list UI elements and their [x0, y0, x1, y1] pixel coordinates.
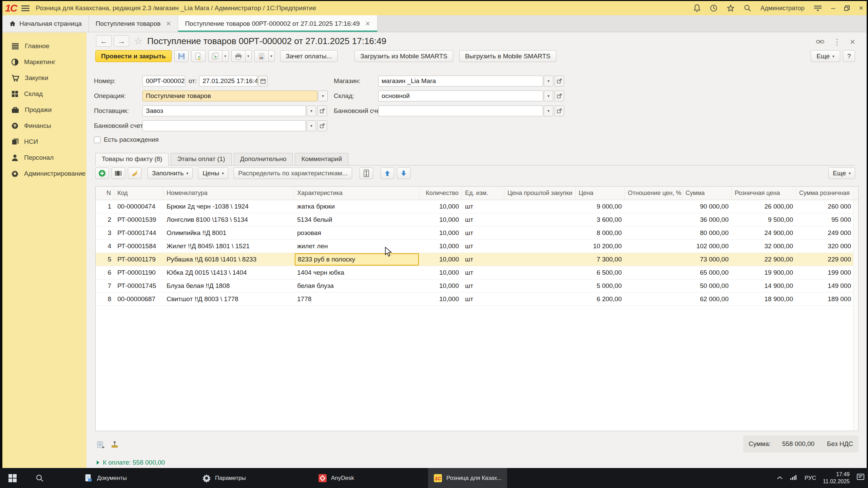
- cell-characteristic[interactable]: 1778: [294, 293, 420, 306]
- column-header[interactable]: Код: [114, 187, 163, 200]
- menu-icon[interactable]: [21, 5, 30, 11]
- back-button[interactable]: ←: [96, 35, 112, 47]
- minimize-icon[interactable]: –: [831, 4, 835, 12]
- print-icon[interactable]: [231, 50, 246, 62]
- sidebar-item-warehouse[interactable]: Склад: [2, 86, 86, 102]
- table-row[interactable]: 1 00-00000474 Брюки 2д черн -1038 \ 1924…: [96, 200, 858, 213]
- post-icon[interactable]: [191, 50, 206, 62]
- sidebar-item-purchases[interactable]: Закупки: [2, 70, 86, 86]
- column-header[interactable]: Ед. изм.: [462, 187, 504, 200]
- cell-characteristic[interactable]: жилет лен: [294, 240, 420, 253]
- cell-characteristic[interactable]: жатка брюки: [294, 200, 420, 213]
- store-field[interactable]: магазин _Lia Mara: [378, 76, 543, 86]
- forward-button[interactable]: →: [114, 35, 129, 47]
- language-indicator[interactable]: РУС: [805, 475, 816, 482]
- discrepancy-checkbox[interactable]: Есть расхождения: [94, 136, 159, 143]
- column-header[interactable]: Характеристика: [294, 187, 420, 200]
- calendar-icon[interactable]: [258, 76, 268, 86]
- column-header[interactable]: Цена прошлой закупки: [504, 187, 576, 200]
- subtab-payment-stages[interactable]: Этапы оплат (1): [171, 153, 231, 165]
- distribute-button[interactable]: Распределить по характеристикам...: [234, 168, 352, 179]
- table-row[interactable]: 4 РТ-00001584 Жилет !!Д 8045\ 1801 \ 152…: [96, 240, 858, 253]
- operation-field[interactable]: Поступление товаров: [142, 91, 317, 101]
- cell-characteristic[interactable]: 5134 белый: [294, 213, 420, 226]
- table-row[interactable]: 6 РТ-00001190 Юбка 2Д 0015 \1413 \ 1404 …: [96, 266, 858, 279]
- bank-account-left-field[interactable]: [142, 120, 306, 131]
- document-journal-icon[interactable]: [254, 50, 269, 62]
- warehouse-field[interactable]: основной: [378, 91, 543, 101]
- more-button[interactable]: Еще▾: [811, 50, 840, 62]
- move-up-icon[interactable]: [381, 168, 394, 179]
- open-link-icon[interactable]: [317, 120, 327, 131]
- load-mobile-smarts-button[interactable]: Загрузить из Mobile SMARTS: [354, 50, 453, 62]
- taskbar-app-anydesk[interactable]: AnyDesk: [313, 468, 360, 488]
- save-icon[interactable]: [174, 50, 189, 62]
- taskbar-clock[interactable]: 17:49 11.02.2025: [823, 471, 850, 485]
- date-field[interactable]: 27.01.2025 17:16:49: [199, 76, 257, 86]
- subtab-goods[interactable]: Товары по факту (8): [95, 153, 169, 165]
- barcode-scanner-icon[interactable]: [112, 168, 125, 179]
- fill-button[interactable]: Заполнить▾: [148, 168, 193, 179]
- to-pay-link[interactable]: К оплате: 558 000,00: [96, 459, 165, 466]
- chevron-up-icon[interactable]: [777, 475, 783, 482]
- notifications-bell-icon[interactable]: [693, 4, 701, 12]
- taskbar-app-settings[interactable]: Параметры: [197, 468, 251, 488]
- start-button[interactable]: [3, 468, 22, 488]
- subtab-comment[interactable]: Комментарий: [295, 153, 348, 165]
- dropdown-icon[interactable]: ▾: [544, 76, 553, 86]
- unload-mobile-smarts-button[interactable]: Выгрузить в Mobile SMARTS: [459, 50, 556, 62]
- tab-home[interactable]: Начальная страница: [2, 15, 89, 32]
- table-more-button[interactable]: Еще▾: [828, 168, 855, 179]
- tab-close-icon[interactable]: ✕: [166, 20, 171, 27]
- tab-goods-receipts-list[interactable]: Поступления товаров ✕: [89, 15, 178, 32]
- dropdown-icon[interactable]: ▾: [544, 91, 553, 101]
- sidebar-item-main[interactable]: Главное: [2, 38, 86, 54]
- dropdown-icon[interactable]: ▾: [269, 50, 275, 62]
- dropdown-icon[interactable]: ▾: [223, 50, 229, 62]
- payment-offset-button[interactable]: Зачет оплаты...: [280, 50, 338, 62]
- sidebar-item-personnel[interactable]: Персонал: [2, 150, 86, 165]
- sidebar-item-administration[interactable]: Администрирование: [2, 165, 86, 181]
- dropdown-icon[interactable]: ▾: [318, 91, 328, 101]
- favorite-star-icon[interactable]: ☆: [134, 36, 142, 47]
- sidebar-item-marketing[interactable]: Маркетинг: [2, 54, 86, 70]
- open-link-icon[interactable]: [555, 105, 564, 116]
- weighing-icon[interactable]: [110, 441, 119, 450]
- history-clock-icon[interactable]: [710, 4, 718, 12]
- sidebar-item-nsi[interactable]: НСИ: [2, 134, 86, 150]
- get-link-icon[interactable]: [816, 38, 824, 46]
- prices-button[interactable]: Цены▾: [198, 168, 228, 179]
- service-menu-icon[interactable]: [813, 5, 822, 12]
- move-down-icon[interactable]: [397, 168, 410, 179]
- number-field[interactable]: 00РТ-000002: [142, 76, 185, 86]
- export-list-icon[interactable]: [97, 441, 105, 450]
- restore-icon[interactable]: [844, 5, 850, 11]
- tab-close-icon[interactable]: ✕: [365, 20, 370, 27]
- dropdown-icon[interactable]: ▾: [307, 120, 316, 131]
- sidebar-item-sales[interactable]: Продажи: [2, 102, 86, 118]
- current-user[interactable]: Администратор: [760, 5, 805, 12]
- sidebar-item-finance[interactable]: Финансы: [2, 118, 86, 134]
- table-row[interactable]: 7 РТ-00001745 Блуза белая !!Д 1808 белая…: [96, 279, 858, 293]
- cell-characteristic[interactable]: 8233 руб в полоску: [294, 253, 420, 266]
- column-header[interactable]: Номенклатура: [163, 187, 294, 200]
- post-copy-icon[interactable]: [208, 50, 223, 62]
- close-icon[interactable]: ×: [859, 4, 863, 12]
- bank-account-right-field[interactable]: [378, 105, 543, 116]
- form-more-icon[interactable]: ⋮: [833, 37, 841, 47]
- post-and-close-button[interactable]: Провести и закрыть: [95, 50, 172, 62]
- open-link-icon[interactable]: [317, 105, 327, 116]
- open-link-icon[interactable]: [555, 91, 564, 101]
- taskbar-app-1c-retail[interactable]: 1С Розница для Казах...: [428, 468, 507, 488]
- column-header[interactable]: N: [96, 187, 114, 200]
- notification-panel-icon[interactable]: [856, 473, 865, 483]
- taskbar-app-documents[interactable]: Документы: [79, 468, 132, 488]
- search-icon[interactable]: [744, 4, 752, 12]
- help-button[interactable]: ?: [843, 50, 855, 62]
- subtab-additional[interactable]: Дополнительно: [234, 153, 293, 165]
- favorites-star-icon[interactable]: [727, 4, 735, 12]
- column-header[interactable]: Розничная цена: [732, 187, 796, 200]
- tab-goods-receipt-document[interactable]: Поступление товаров 00РТ-000002 от 27.01…: [178, 15, 377, 32]
- open-link-icon[interactable]: [555, 76, 564, 86]
- taskbar-search-button[interactable]: [30, 468, 50, 488]
